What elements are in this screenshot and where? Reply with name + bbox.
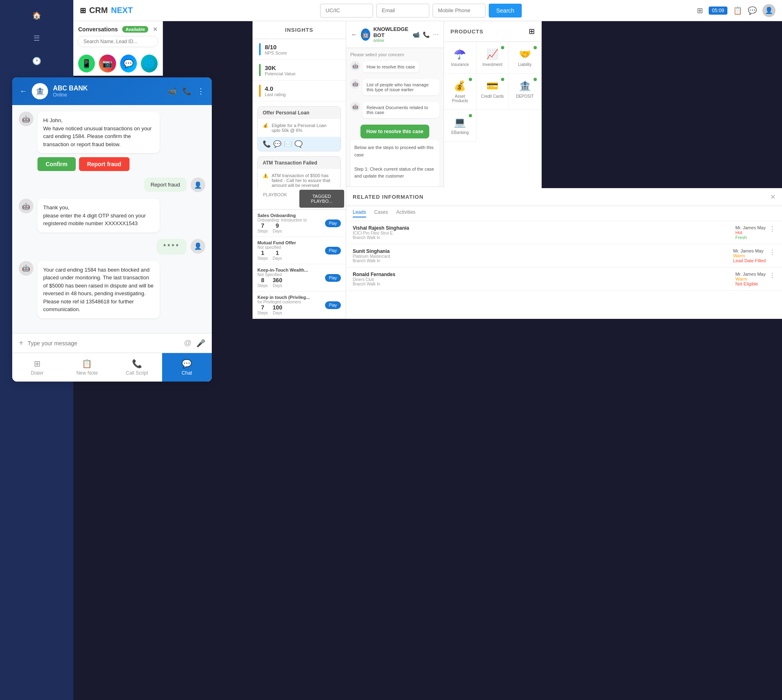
insights-title: INSIGHTS: [253, 21, 346, 39]
chat-tab[interactable]: 💬 Chat: [162, 353, 212, 382]
kb-video-icon[interactable]: 📹: [413, 31, 420, 38]
investment-dot: [501, 46, 504, 49]
product-ebanking[interactable]: 💻 EBanking: [444, 110, 477, 142]
web-icon[interactable]: 🌐: [141, 55, 158, 72]
playbook-item-4: Keep in touch (Privileg... for Privilege…: [253, 292, 346, 319]
mobile-input[interactable]: [433, 4, 485, 18]
playbook-name-1: Sales Onboarding: [257, 213, 322, 218]
rel-name-3: Ronald Fernandes: [353, 272, 732, 277]
ebanking-dot: [469, 114, 472, 117]
close-icon[interactable]: ✕: [153, 26, 158, 33]
sidebar-menu[interactable]: ☰: [29, 30, 45, 46]
product-liability[interactable]: 🤝 Liability: [509, 42, 541, 74]
uc-ic-input[interactable]: [320, 4, 373, 18]
video-call-icon[interactable]: 📹: [168, 87, 177, 96]
user-avatar[interactable]: 👤: [762, 4, 775, 17]
report-fraud-button-1[interactable]: Report fraud: [79, 157, 130, 171]
product-asset[interactable]: 💰 Asset Products: [444, 74, 477, 110]
sidebar-clock[interactable]: 🕐: [29, 53, 45, 69]
chat-action-1[interactable]: 🗨️: [294, 140, 303, 148]
products-title: PRODUCTS: [450, 29, 483, 35]
phone-icon[interactable]: 📞: [182, 87, 191, 96]
row-2-more-icon[interactable]: ⋮: [769, 248, 775, 256]
chat-back-button[interactable]: ←: [20, 87, 27, 96]
playbook-tab[interactable]: PLAYBOOK: [253, 188, 298, 209]
kb-resolve-button[interactable]: How to resolve this case: [360, 125, 429, 138]
attachment-icon[interactable]: +: [19, 338, 24, 348]
chat-input-icons: @ 🎤: [184, 339, 205, 348]
offer-icon-2: ⚠️: [263, 173, 268, 178]
call-script-icon: 📞: [132, 359, 142, 369]
msg-text-2: Thank you,please enter the 4 digit OTP s…: [43, 204, 146, 226]
rel-status1-1: Hot: [735, 230, 766, 235]
product-investment[interactable]: 📈 Investment: [477, 42, 509, 74]
play-button-4[interactable]: Play: [325, 301, 341, 309]
products-grid: ☂️ Insurance 📈 Investment 🤝 Liability 💰 …: [444, 42, 541, 142]
playbook-meta-3: 8 Steps 360 Days: [257, 277, 322, 288]
chat-icon[interactable]: 💬: [748, 6, 757, 15]
bank-avatar: 🏦: [32, 83, 48, 99]
whatsapp-action-1[interactable]: 💬: [273, 140, 281, 148]
row-3-more-icon[interactable]: ⋮: [769, 272, 775, 279]
microphone-icon[interactable]: 🎤: [196, 339, 205, 348]
kb-option-3-row: 🤖 Relevant Documents related to this cas…: [350, 102, 439, 121]
kb-option-1[interactable]: How to resolve this case: [362, 61, 419, 72]
grid-icon[interactable]: ⊞: [697, 6, 703, 15]
asset-dot: [469, 78, 472, 81]
rating-bar: [259, 85, 261, 97]
bot-avatar-3: 🤖: [19, 261, 33, 276]
clipboard-icon[interactable]: 📋: [733, 6, 742, 15]
instagram-icon[interactable]: 📷: [99, 55, 116, 72]
kb-option-3[interactable]: Relevant Documents related to this case: [362, 102, 439, 118]
email-input[interactable]: [376, 4, 429, 18]
cases-tab[interactable]: Cases: [374, 209, 388, 217]
whatsapp-icon[interactable]: 📱: [78, 55, 95, 72]
credit-cards-icon: 💳: [486, 80, 499, 92]
kb-option-2-row: 🤖 List of people who has manage this typ…: [350, 79, 439, 99]
chat-message-input[interactable]: [28, 340, 180, 347]
dialer-tab[interactable]: ⊞ Dialer: [12, 353, 62, 382]
investment-icon: 📈: [486, 48, 499, 60]
play-button-1[interactable]: Play: [325, 219, 341, 227]
deposit-dot: [534, 78, 537, 81]
row-1-more-icon[interactable]: ⋮: [769, 225, 775, 233]
activities-tab[interactable]: Activities: [396, 209, 415, 217]
confirm-button[interactable]: Confirm: [37, 157, 76, 171]
call-script-tab[interactable]: 📞 Call Script: [112, 353, 162, 382]
kb-option-2[interactable]: List of people who has manage this type …: [362, 79, 439, 95]
product-deposit[interactable]: 🏦 DEPOSIT: [509, 74, 541, 110]
new-note-icon: 📋: [82, 359, 92, 369]
rel-status1-2: Warm: [733, 253, 766, 258]
related-row-2: Sunit Singhania Platinum Mastercard Bran…: [346, 244, 782, 268]
ebanking-label: EBanking: [451, 130, 469, 135]
products-grid-icon[interactable]: ⊞: [529, 27, 535, 36]
related-close-icon[interactable]: ✕: [770, 193, 775, 201]
play-button-3[interactable]: Play: [325, 274, 341, 282]
personal-loan-offer: Offer Personal Loan 💰 Eligible for a Per…: [257, 106, 341, 151]
playbook-meta-1: 7 Steps 9 Days: [257, 222, 322, 233]
kb-back-button[interactable]: ←: [351, 31, 358, 38]
new-note-tab[interactable]: 📋 New Note: [62, 353, 112, 382]
mention-icon[interactable]: @: [184, 339, 191, 348]
top-navigation: ⊞ CRMNEXT Search ⊞ 05:09 📋 💬 👤: [73, 0, 782, 21]
rel-branch-1: Branch Walk In: [353, 235, 732, 240]
email-action-1[interactable]: ✉️: [284, 140, 292, 148]
kb-more-icon[interactable]: ⋯: [433, 31, 439, 38]
tagged-playbook-tab[interactable]: TAGGED PLAYBO...: [299, 190, 345, 208]
rel-status2-1: Fresh: [735, 235, 766, 240]
conv-search-input[interactable]: [77, 36, 158, 47]
play-button-2[interactable]: Play: [325, 247, 341, 255]
leads-tab[interactable]: Leads: [353, 209, 366, 217]
kb-phone-icon[interactable]: 📞: [423, 31, 430, 38]
liability-icon: 🤝: [519, 48, 531, 60]
more-options-icon[interactable]: ⋮: [197, 87, 204, 96]
search-button[interactable]: Search: [489, 4, 521, 18]
phone-action-1[interactable]: 📞: [263, 140, 271, 148]
messenger-icon[interactable]: 💬: [120, 55, 137, 72]
product-insurance[interactable]: ☂️ Insurance: [444, 42, 477, 74]
playbook-name-3: Keep-in-Touch Wealth...: [257, 268, 322, 272]
sidebar-home[interactable]: 🏠: [29, 7, 45, 24]
product-credit-cards[interactable]: 💳 Credit Cards: [477, 74, 509, 110]
related-header: RELATED INFORMATION ✕: [346, 188, 782, 206]
msg-text-1: Hi John,We have noticed unusual transact…: [43, 117, 152, 147]
